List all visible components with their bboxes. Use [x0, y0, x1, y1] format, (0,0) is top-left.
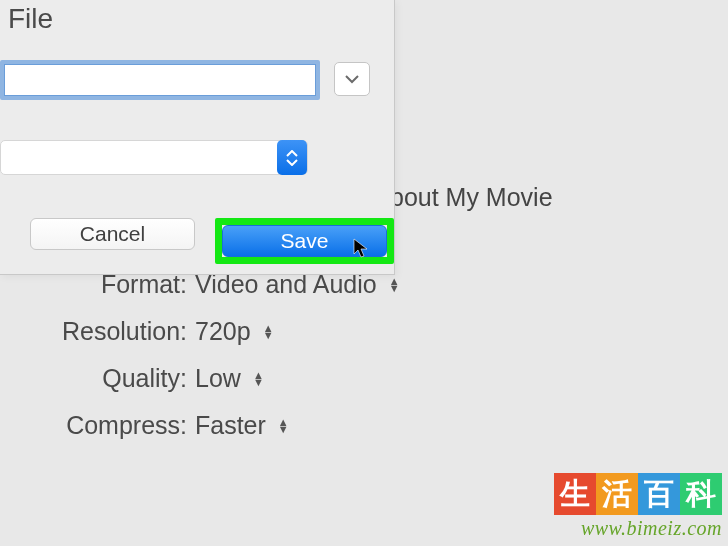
resolution-row[interactable]: Resolution: 720p ▲▼	[0, 317, 728, 346]
watermark: 生 活 百 科 www.bimeiz.com	[554, 473, 722, 540]
save-highlight-box: Save	[215, 218, 394, 264]
expand-button[interactable]	[334, 62, 370, 96]
save-button[interactable]: Save	[222, 225, 387, 257]
chevron-down-icon	[286, 159, 298, 166]
file-menu-label[interactable]: File	[8, 3, 53, 35]
compress-label: Compress:	[0, 411, 195, 440]
location-select[interactable]	[0, 140, 308, 175]
filename-input[interactable]	[0, 60, 320, 100]
cancel-button[interactable]: Cancel	[30, 218, 195, 250]
resolution-label: Resolution:	[0, 317, 195, 346]
save-dialog: File Cancel Save	[0, 0, 395, 275]
stepper-icon[interactable]: ▲▼	[278, 419, 289, 433]
compress-value: Faster	[195, 411, 266, 440]
watermark-char: 百	[638, 473, 680, 515]
select-stepper[interactable]	[277, 140, 307, 175]
movie-title-fragment: bout My Movie	[390, 183, 553, 212]
watermark-char: 生	[554, 473, 596, 515]
quality-value: Low	[195, 364, 241, 393]
chevron-down-icon	[344, 74, 360, 84]
watermark-blocks: 生 活 百 科	[554, 473, 722, 515]
dialog-buttons: Cancel Save	[30, 218, 394, 264]
watermark-char: 活	[596, 473, 638, 515]
resolution-value: 720p	[195, 317, 251, 346]
export-options: Format: Video and Audio ▲▼ Resolution: 7…	[0, 270, 728, 440]
save-button-label: Save	[281, 229, 329, 253]
cursor-icon	[353, 238, 371, 260]
stepper-icon[interactable]: ▲▼	[263, 325, 274, 339]
compress-row[interactable]: Compress: Faster ▲▼	[0, 411, 728, 440]
watermark-char: 科	[680, 473, 722, 515]
stepper-icon[interactable]: ▲▼	[389, 278, 400, 292]
quality-label: Quality:	[0, 364, 195, 393]
quality-row[interactable]: Quality: Low ▲▼	[0, 364, 728, 393]
stepper-icon[interactable]: ▲▼	[253, 372, 264, 386]
chevron-up-icon	[286, 150, 298, 157]
watermark-url: www.bimeiz.com	[554, 517, 722, 540]
